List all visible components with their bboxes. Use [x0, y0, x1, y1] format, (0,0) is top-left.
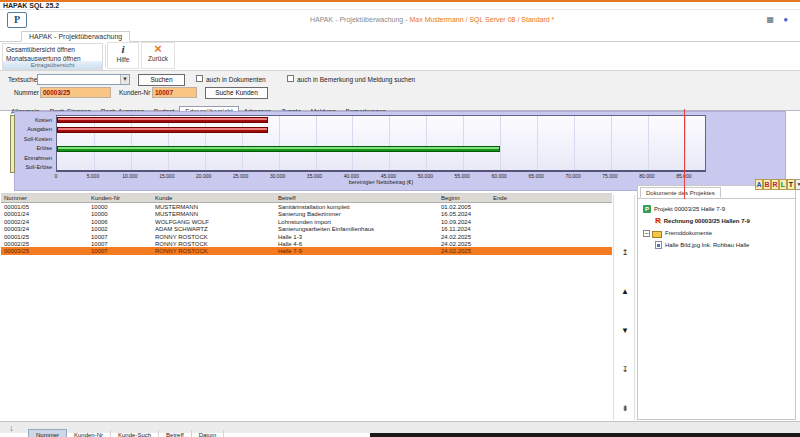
window-title-user: Max Mustermann / SQL Server 08 / Standar…: [409, 16, 554, 23]
also-in-documents-checkbox[interactable]: [196, 75, 203, 82]
text-search-combobox[interactable]: ▼: [37, 74, 130, 85]
record-nav-strip: ↥▲▼↧⇟: [613, 195, 635, 420]
chart-button-a[interactable]: A: [755, 179, 763, 190]
chart-category-label: Erlöse: [15, 145, 52, 151]
window-header: P HAPAK - Projektüberwachung - Max Muste…: [0, 10, 800, 30]
sort-arrow-icon[interactable]: ↓: [9, 423, 14, 433]
help-button[interactable]: i Hilfe: [107, 42, 139, 69]
chart-gridline: [685, 116, 686, 170]
move-down-button[interactable]: ▼: [617, 325, 633, 337]
scroll-to-bottom-button[interactable]: ↧: [617, 364, 633, 376]
search-customer-button[interactable]: Suche Kunden: [205, 87, 268, 99]
ribbon-tab-projektueberwachung[interactable]: HAPAK - Projektüberwachung: [21, 31, 130, 42]
chart-tick-label: 25.000: [226, 173, 256, 179]
chart-gridline: [537, 116, 538, 170]
table-row[interactable]: 00002/2410006WOLFGANG WOLFLohnstunden im…: [1, 218, 612, 225]
chart-button-t[interactable]: T: [787, 179, 795, 190]
table-row[interactable]: 00003/2410002ADAM SCHWARTZSanierungsarbe…: [1, 225, 612, 232]
app-title-bar: HAPAK SQL 25.2: [0, 0, 800, 10]
column-header-kunden-nr[interactable]: Kunden-Nr: [91, 194, 153, 202]
also-in-remarks-checkbox[interactable]: [287, 75, 294, 82]
project-icon: P: [643, 205, 651, 213]
globe-icon[interactable]: ●: [783, 16, 788, 24]
bottom-tab-nummer[interactable]: Nummer: [28, 429, 67, 437]
bottom-tab-kunde-such[interactable]: Kunde-Such: [111, 430, 159, 437]
chart-gridline: [389, 116, 390, 170]
back-button[interactable]: × Zurück: [141, 42, 175, 69]
column-header-ende[interactable]: Ende: [493, 194, 608, 202]
bottom-tab-kunden-nr[interactable]: Kunden-Nr: [67, 430, 111, 437]
chart-toolbar-dropdown[interactable]: ▼: [795, 179, 800, 190]
search-panel: Textsuche ▼ Suchen auch in Dokumenten au…: [0, 71, 800, 100]
chart-button-r[interactable]: R: [771, 179, 779, 190]
chart-tick-label: 35.000: [300, 173, 330, 179]
open-overview-button[interactable]: Gesamtübersicht öffnen: [6, 46, 75, 53]
bottom-tab-datum[interactable]: Datum: [192, 430, 225, 437]
chart-gridline: [94, 116, 95, 170]
column-header-kunde[interactable]: Kunde: [155, 194, 276, 202]
table-row[interactable]: 00001/2410000MUSTERMANNSanierung Badezim…: [1, 210, 612, 217]
taskbar-strip: [370, 433, 800, 437]
table-row[interactable]: 00001/2510007RONNY ROSTOCKHalle 1-324.02…: [1, 233, 612, 240]
also-in-documents-label: auch in Dokumenten: [206, 76, 266, 83]
chart-category-label: Einnahmen: [15, 155, 52, 161]
documents-panel-divider: [638, 198, 795, 199]
text-search-label: Textsuche: [8, 76, 37, 83]
earnings-chart: bereinigter Nettobetrag (€) 05.00010.000…: [14, 111, 786, 191]
table-cell: 10007: [91, 247, 153, 255]
tree-item-label: Projekt 00003/25 Halle 7-9: [654, 206, 725, 212]
chart-gridline: [574, 116, 575, 170]
chart-tick-label: 20.000: [189, 173, 219, 179]
bottom-tab-betreff[interactable]: Betreff: [159, 430, 192, 437]
chart-gridline: [500, 116, 501, 170]
move-up-button[interactable]: ▲: [617, 286, 633, 298]
chart-marker-line: [684, 109, 685, 199]
chart-tick-label: 70.000: [558, 173, 588, 179]
ribbon-separator: [105, 45, 106, 67]
bottom-sort-bar: ↓ NummerKunden-NrKunde-SuchBetreffDatum: [0, 421, 800, 433]
ribbon-group-ertragsuebersicht: Gesamtübersicht öffnen Monatsauswertung …: [2, 43, 103, 70]
documents-panel-tab[interactable]: Dokumente des Projektes: [640, 187, 721, 198]
move-to-last-button[interactable]: ⇟: [617, 403, 633, 415]
tree-item[interactable]: RRechnung 00003/25 Hallen 7-9: [655, 217, 750, 226]
search-button[interactable]: Suchen: [138, 74, 185, 86]
grid-icon[interactable]: ▦: [766, 16, 774, 24]
app-menu-button[interactable]: P: [7, 12, 27, 28]
column-header-beginn[interactable]: Beginn: [441, 194, 491, 202]
expander-icon[interactable]: −: [643, 230, 650, 237]
window-title-prefix: HAPAK - Projektüberwachung -: [310, 16, 409, 23]
table-cell: 24.02.2025: [441, 247, 491, 255]
table-header: NummerKunden-NrKundeBetreffBeginnEnde: [1, 194, 612, 203]
chart-gridline: [463, 116, 464, 170]
chart-button-b[interactable]: B: [763, 179, 771, 190]
customer-number-label: Kunden-Nr: [119, 89, 150, 96]
scroll-to-top-button[interactable]: ↥: [617, 247, 633, 259]
tree-item-label: Fremddokumente: [665, 230, 712, 236]
invoice-icon: R: [655, 217, 661, 225]
table-row[interactable]: 00002/2510007RONNY ROSTOCKHalle 4-624.02…: [1, 240, 612, 247]
image-file-icon: [655, 241, 662, 249]
number-field[interactable]: 00003/25: [40, 87, 111, 98]
help-button-label: Hilfe: [108, 56, 138, 64]
tree-item[interactable]: −Fremddokumente: [643, 229, 712, 238]
ribbon-tab-row: HAPAK - Projektüberwachung: [0, 30, 800, 42]
main-tabs: AllgemeinRech-EingangRech-AusgangBudgetE…: [0, 100, 800, 111]
chart-tick-label: 30.000: [263, 173, 293, 179]
table-row[interactable]: 00003/2510007RONNY ROSTOCKHalle 7-924.02…: [1, 247, 612, 254]
tree-item[interactable]: PProjekt 00003/25 Halle 7-9: [643, 205, 725, 214]
chart-category-label: Soll-Kosten: [15, 136, 52, 142]
column-header-betreff[interactable]: Betreff: [278, 194, 439, 202]
chart-button-l[interactable]: L: [779, 179, 787, 190]
customer-number-field[interactable]: 10007: [152, 87, 197, 98]
also-in-remarks-label: auch in Bemerkung und Meldung suchen: [297, 76, 415, 83]
table-row[interactable]: 00001/0510000MUSTERMANNSanitärinstallati…: [1, 203, 612, 210]
chart-tick-label: 10.000: [115, 173, 145, 179]
chart-tick-label: 0: [41, 173, 71, 179]
chart-gridline: [316, 116, 317, 170]
chart-gridline: [426, 116, 427, 170]
chevron-down-icon[interactable]: ▼: [120, 75, 129, 84]
tree-item[interactable]: Halle Bild.jpg Ink. Rohbau Halle: [655, 241, 749, 250]
column-header-nummer[interactable]: Nummer: [4, 194, 89, 202]
table-cell: RONNY ROSTOCK: [155, 247, 276, 255]
close-x-icon: ×: [142, 43, 174, 55]
